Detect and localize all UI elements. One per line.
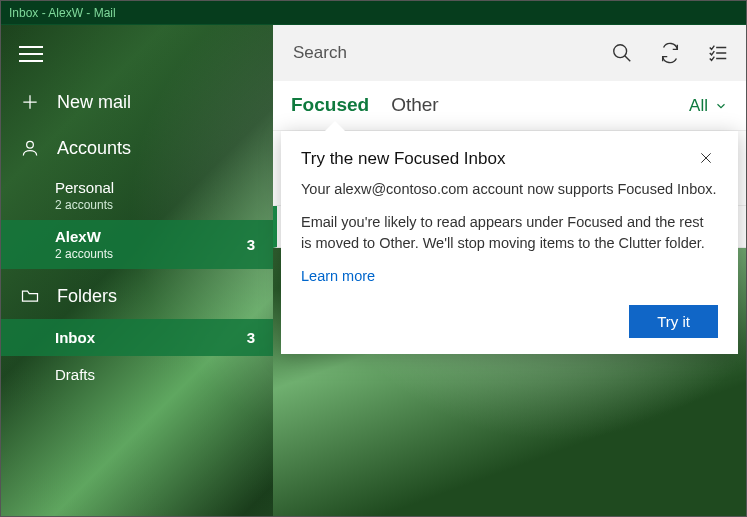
selection-icon [707, 42, 729, 64]
hamburger-icon [19, 46, 43, 62]
sidebar: New mail Accounts Personal2 accountsAlex… [1, 25, 273, 516]
popup-text-1: Your alexw@contoso.com account now suppo… [301, 179, 718, 200]
account-name: AlexW [55, 228, 113, 245]
titlebar: Inbox - AlexW - Mail [1, 1, 746, 25]
hamburger-button[interactable] [1, 31, 273, 79]
tab-focused[interactable]: Focused [291, 94, 369, 118]
popup-text-2: Email you're likely to read appears unde… [301, 212, 718, 254]
focused-inbox-popup: Try the new Focused Inbox Your alexw@con… [281, 131, 738, 354]
folder-name: Drafts [55, 366, 95, 383]
sync-button[interactable] [646, 25, 694, 81]
close-icon [698, 150, 714, 166]
mail-app-window: Inbox - AlexW - Mail New mail Accounts P… [0, 0, 747, 517]
folder-item-drafts[interactable]: Drafts [1, 356, 273, 393]
accounts-header[interactable]: Accounts [1, 125, 273, 171]
folders-label: Folders [57, 286, 117, 307]
svg-point-1 [614, 45, 627, 58]
folder-name: Inbox [55, 329, 95, 346]
popup-title: Try the new Focused Inbox [301, 149, 505, 169]
folder-icon [19, 285, 41, 307]
account-count: 3 [247, 236, 255, 253]
main-pane: Search Focused Other All Irvi [273, 25, 746, 516]
search-icon [611, 42, 633, 64]
popup-close-button[interactable] [694, 149, 718, 169]
tab-other[interactable]: Other [391, 94, 439, 118]
account-name: Personal [55, 179, 114, 196]
selection-mode-button[interactable] [694, 25, 742, 81]
folder-item-inbox[interactable]: Inbox3 [1, 319, 273, 356]
window-title: Inbox - AlexW - Mail [9, 6, 116, 20]
new-mail-button[interactable]: New mail [1, 79, 273, 125]
plus-icon [19, 91, 41, 113]
svg-point-0 [27, 141, 34, 148]
account-item-personal[interactable]: Personal2 accounts [49, 171, 273, 220]
learn-more-link[interactable]: Learn more [301, 268, 375, 284]
filter-dropdown[interactable]: All [689, 96, 728, 116]
accounts-label: Accounts [57, 138, 131, 159]
toolbar: Search [273, 25, 746, 81]
folders-header[interactable]: Folders [1, 273, 273, 319]
account-meta: 2 accounts [55, 247, 113, 261]
account-meta: 2 accounts [55, 198, 114, 212]
folder-count: 3 [247, 329, 255, 346]
search-button[interactable] [598, 25, 646, 81]
try-it-button[interactable]: Try it [629, 305, 718, 338]
account-item-alexw[interactable]: AlexW2 accounts3 [1, 220, 273, 269]
filter-label: All [689, 96, 708, 116]
chevron-down-icon [714, 99, 728, 113]
person-icon [19, 137, 41, 159]
search-input[interactable]: Search [293, 43, 598, 63]
sync-icon [659, 42, 681, 64]
new-mail-label: New mail [57, 92, 131, 113]
